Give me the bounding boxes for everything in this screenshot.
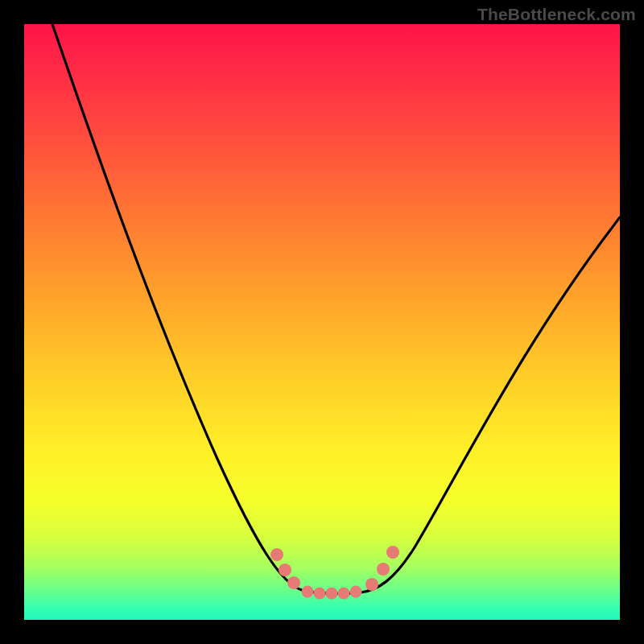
svg-point-3 [302, 586, 314, 598]
svg-point-6 [338, 588, 350, 600]
marker-flat-bottom [302, 586, 362, 600]
plot-area [24, 24, 620, 620]
svg-point-0 [270, 548, 283, 561]
chart-frame: TheBottleneck.com [0, 0, 644, 644]
bottleneck-curve-svg [24, 24, 620, 620]
svg-point-7 [350, 586, 362, 598]
bottleneck-curve [52, 24, 620, 593]
svg-point-5 [326, 588, 338, 600]
svg-point-8 [365, 578, 378, 591]
watermark-text: TheBottleneck.com [477, 5, 636, 24]
marker-left-cluster [270, 548, 300, 589]
svg-point-1 [279, 564, 291, 576]
svg-point-4 [314, 588, 326, 600]
svg-point-10 [386, 546, 399, 559]
svg-point-9 [377, 563, 390, 576]
svg-point-2 [287, 576, 300, 589]
